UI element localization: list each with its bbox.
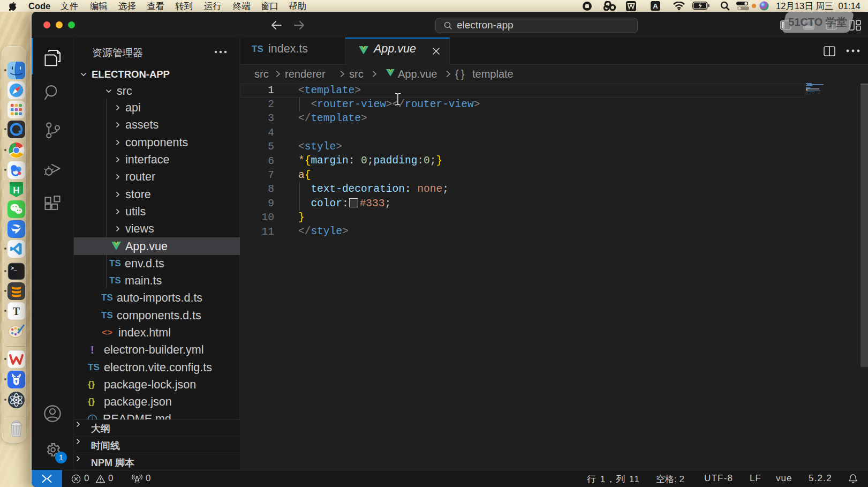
svg-text:H: H	[13, 185, 19, 196]
svg-text:>_: >_	[11, 266, 18, 272]
svg-text:A: A	[653, 2, 658, 10]
svg-text:T: T	[13, 305, 20, 317]
